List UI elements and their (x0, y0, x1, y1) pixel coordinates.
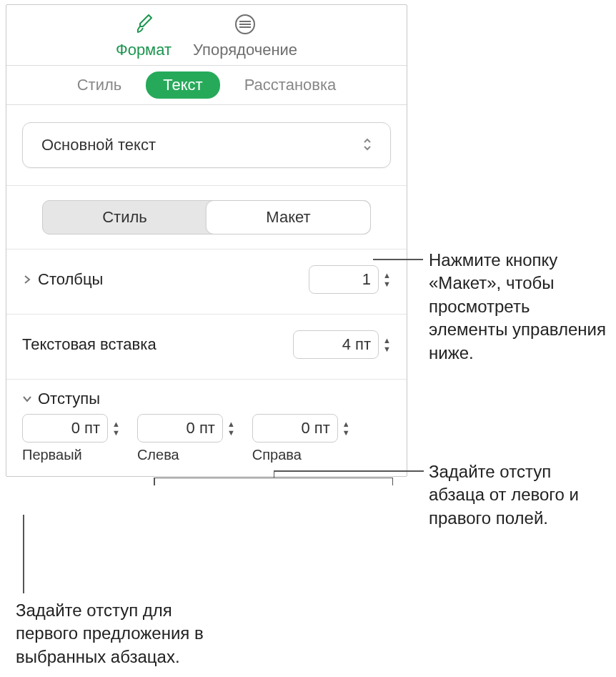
stepper-down-icon: ▼ (227, 429, 235, 436)
tab-format-label: Формат (116, 41, 172, 59)
stepper-down-icon: ▼ (383, 280, 391, 287)
callout-margins: Задайте отступ абзаца от левого и правог… (429, 460, 607, 530)
stepper-down-icon: ▼ (112, 429, 120, 436)
panel-body: Основной текст Стиль Макет Столбцы (6, 105, 407, 476)
stepper-up-icon: ▲ (383, 272, 391, 279)
subtab-style[interactable]: Стиль (60, 71, 139, 99)
text-inset-label: Текстовая вставка (22, 335, 157, 354)
paintbrush-icon (130, 11, 157, 38)
subtab-arrange[interactable]: Расстановка (227, 71, 354, 99)
columns-row: Столбцы 1 ▲ ▼ (22, 260, 391, 300)
segment-layout[interactable]: Макет (207, 201, 370, 234)
text-inset-value: 4 пт (342, 335, 371, 354)
tab-format[interactable]: Формат (116, 11, 172, 59)
indent-left-value-box[interactable]: 0 пт (137, 414, 223, 443)
chevron-right-icon[interactable] (22, 275, 32, 285)
divider (6, 379, 407, 380)
chevron-down-icon[interactable] (22, 394, 32, 404)
tab-arrange-label: Упорядочение (193, 41, 297, 59)
chevron-updown-icon (363, 137, 372, 154)
text-inset-row: Текстовая вставка 4 пт ▲ ▼ (22, 325, 391, 365)
indent-left-value: 0 пт (187, 419, 215, 438)
stepper-down-icon: ▼ (383, 345, 391, 352)
indent-right-value-box[interactable]: 0 пт (252, 414, 338, 443)
paragraph-style-value: Основной текст (41, 136, 156, 154)
columns-label: Столбцы (38, 270, 103, 289)
stepper-arrows[interactable]: ▲ ▼ (112, 420, 120, 436)
stepper-arrows[interactable]: ▲ ▼ (383, 337, 391, 352)
columns-value-box[interactable]: 1 (309, 265, 379, 294)
callout-leader-line (373, 259, 423, 260)
text-inset-stepper[interactable]: 4 пт ▲ ▼ (293, 330, 391, 359)
callout-leader-line (23, 515, 24, 593)
stepper-arrows[interactable]: ▲ ▼ (383, 272, 391, 287)
indent-left-label: Слева (137, 447, 179, 463)
stepper-up-icon: ▲ (342, 420, 350, 428)
indent-first-stepper[interactable]: 0 пт ▲ ▼ (22, 414, 120, 443)
tab-arrange[interactable]: Упорядочение (193, 11, 297, 59)
stepper-up-icon: ▲ (227, 420, 235, 428)
stepper-arrows[interactable]: ▲ ▼ (342, 420, 350, 436)
callout-bracket (154, 478, 393, 478)
indents-controls: 0 пт ▲ ▼ Перваый 0 пт ▲ ▼ (22, 414, 391, 463)
indent-right-label: Справа (252, 447, 302, 463)
callout-layout: Нажмите кнопку «Макет», чтобы просмотрет… (429, 249, 607, 365)
segment-style[interactable]: Стиль (43, 201, 207, 234)
stepper-arrows[interactable]: ▲ ▼ (227, 420, 235, 436)
format-inspector-panel: Формат Упорядочение Стиль Текст Расстано… (6, 4, 407, 477)
stepper-down-icon: ▼ (342, 429, 350, 436)
text-inset-value-box[interactable]: 4 пт (293, 330, 379, 359)
stepper-up-icon: ▲ (383, 337, 391, 344)
columns-value: 1 (362, 270, 371, 289)
top-tab-bar: Формат Упорядочение (6, 5, 407, 65)
indent-first-value: 0 пт (71, 419, 100, 438)
indent-first-value-box[interactable]: 0 пт (22, 414, 108, 443)
indent-left-stepper[interactable]: 0 пт ▲ ▼ (137, 414, 235, 443)
paragraph-style-select[interactable]: Основной текст (22, 122, 391, 168)
indent-right-value: 0 пт (301, 419, 329, 438)
callout-leader-line (274, 470, 424, 472)
sub-tab-bar: Стиль Текст Расстановка (6, 65, 407, 105)
indent-first-label: Перваый (22, 447, 82, 463)
arrange-icon (232, 11, 259, 38)
callout-first-indent: Задайте отступ для первого предложения в… (16, 599, 237, 668)
indent-right-stepper[interactable]: 0 пт ▲ ▼ (252, 414, 350, 443)
style-layout-segmented: Стиль Макет (42, 200, 371, 234)
indents-header: Отступы (38, 390, 100, 408)
divider (6, 249, 407, 249)
columns-stepper[interactable]: 1 ▲ ▼ (309, 265, 391, 294)
subtab-text[interactable]: Текст (146, 71, 219, 99)
divider (6, 185, 407, 186)
stepper-up-icon: ▲ (112, 420, 120, 428)
divider (6, 314, 407, 315)
